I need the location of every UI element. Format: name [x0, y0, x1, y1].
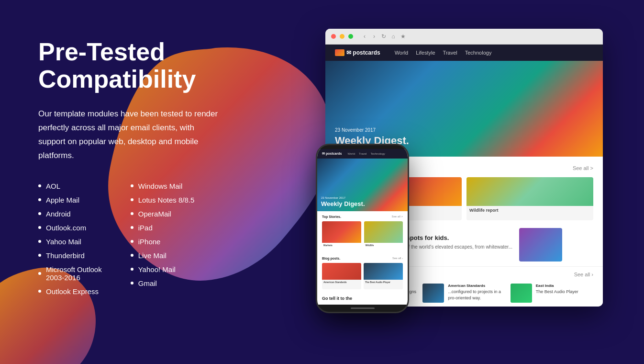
mobile-nav-world: World: [347, 152, 355, 155]
client-name: Yahoo! Mail: [138, 265, 176, 273]
list-item: Yahoo! Mail: [131, 265, 195, 273]
list-item: Gmail: [131, 279, 195, 287]
browser-nav-buttons: ‹ › ↻ ⌂ ★: [361, 33, 407, 40]
left-panel: Pre-Tested Compatibility Our template mo…: [0, 29, 316, 305]
client-name: Outlook.com: [46, 224, 86, 232]
bullet-icon: [131, 268, 133, 271]
client-name: Android: [46, 210, 71, 218]
mobile-blog-see-all: See all ›: [392, 257, 403, 260]
mobile-cards-row: American Standards The Best Audio Player: [322, 263, 403, 289]
mobile-story-text-2: Wildlife: [364, 243, 403, 248]
mobile-notch: [348, 145, 377, 149]
bullet-icon: [38, 254, 41, 257]
client-name: Outlook Express: [46, 287, 99, 296]
bullet-icon: [131, 226, 133, 229]
client-name: iPhone: [138, 238, 161, 246]
blog-card-text-3: The Best Audio Player: [536, 289, 578, 295]
client-name: Gmail: [138, 279, 157, 287]
refresh-icon: ↻: [380, 33, 388, 40]
see-all-link: See all >: [573, 165, 593, 171]
client-column-1: AOL Apple Mail Android Outlook.com Yahoo…: [38, 182, 102, 296]
mobile-card-1: American Standards: [322, 263, 361, 289]
bullet-icon: [38, 272, 41, 275]
bullet-icon: [131, 240, 133, 243]
list-item: Android: [38, 210, 102, 218]
mobile-see-all: See all >: [391, 215, 403, 218]
bullet-icon: [131, 254, 133, 257]
mobile-card-image-2: [364, 263, 403, 280]
mobile-story-card-2: Wildlife: [364, 221, 403, 250]
mobile-card-2: The Best Audio Player: [364, 263, 403, 289]
mobile-story-text-1: Markets: [322, 243, 361, 248]
mobile-screen: ✉ postcards World Travel Technology 23 N…: [317, 149, 408, 305]
title-line1: Pre-Tested: [38, 38, 165, 66]
nav-lifestyle: Lifestyle: [416, 50, 435, 56]
mobile-blog-section: Blog posts. See all › American Standards…: [317, 254, 408, 292]
list-item: OperaMail: [131, 210, 195, 218]
list-item: AOL: [38, 182, 102, 190]
bullet-icon: [38, 184, 41, 187]
blog-card-body-3: East India The Best Audio Player: [536, 284, 578, 295]
postcards-icon: [335, 49, 344, 56]
email-nav: World Lifestyle Travel Technology: [395, 50, 492, 56]
nav-technology: Technology: [465, 50, 492, 56]
mobile-card-image-1: [322, 263, 361, 280]
blog-card-text-2: ...configured to projects in a pro-orien…: [448, 289, 505, 301]
blog-card-body-2: American Standards ...configured to proj…: [448, 284, 505, 301]
email-header: ✉ postcards World Lifestyle Travel Techn…: [325, 45, 603, 61]
blog-card-3: East India The Best Audio Player: [511, 284, 593, 303]
story-card-image-2: [466, 177, 593, 206]
list-item: Windows Mail: [131, 182, 195, 190]
client-name: OperaMail: [138, 210, 171, 218]
client-name: Thunderbird: [46, 251, 85, 260]
mobile-home-indicator: [351, 307, 375, 309]
mobile-brand-logo: ✉ postcards: [322, 152, 342, 156]
clients-grid: AOL Apple Mail Android Outlook.com Yahoo…: [38, 182, 292, 296]
blog-see-all: See all ›: [574, 272, 593, 277]
title-line2: Compatibility: [38, 65, 196, 93]
mobile-story-image-1: [322, 221, 361, 243]
list-item: Outlook Express: [38, 287, 102, 296]
blog-card-image-3: [511, 284, 532, 303]
list-item: Outlook.com: [38, 224, 102, 232]
mobile-card-text-2: The Best Audio Player: [364, 280, 403, 284]
email-hero: 23 November 2017 Weekly Digest.: [325, 61, 603, 157]
browser-maximize-dot: [348, 34, 353, 39]
client-column-2: Windows Mail Lotus Notes 8/8.5 OperaMail…: [131, 182, 195, 296]
bullet-icon: [131, 282, 133, 284]
bullet-icon: [131, 198, 133, 201]
list-item: Lotus Notes 8/8.5: [131, 196, 195, 204]
list-item: Thunderbird: [38, 251, 102, 260]
mobile-hero-title: Weekly Digest.: [321, 200, 404, 207]
client-name: Live Mail: [138, 251, 167, 260]
client-name: AOL: [46, 182, 60, 190]
blog-card-image-2: [422, 284, 444, 303]
mobile-hero-date: 23 November 2017: [321, 196, 404, 199]
email-hero-date: 23 November 2017: [335, 127, 409, 133]
client-name: iPad: [138, 224, 153, 232]
mobile-stories-header: Top Stories. See all >: [322, 215, 403, 218]
list-item: Apple Mail: [38, 196, 102, 204]
client-name: Yahoo Mail: [46, 238, 81, 246]
bullet-icon: [38, 198, 41, 201]
mobile-email-mockup: ✉ postcards World Travel Technology 23 N…: [316, 144, 409, 313]
mobile-nav-technology: Technology: [370, 152, 385, 155]
home-icon: ⌂: [389, 33, 397, 40]
story-card-text-2: Wildlife report: [466, 206, 593, 215]
client-name: Lotus Notes 8/8.5: [138, 196, 195, 204]
bullet-icon: [131, 184, 133, 187]
story-card-2: Wildlife report: [466, 177, 593, 220]
mobile-footer-text: Go tell it to the: [317, 292, 408, 305]
list-item: Microsoft Outlook2003-2016: [38, 265, 102, 282]
bullet-icon: [38, 240, 41, 243]
bullet-icon: [131, 212, 133, 215]
list-item: Live Mail: [131, 251, 195, 260]
mobile-nav-travel: Travel: [359, 152, 366, 155]
page-description: Our template modules have been tested to…: [38, 107, 220, 163]
mobile-stories-row: Markets Wildlife: [322, 221, 403, 250]
page-title: Pre-Tested Compatibility: [38, 38, 292, 93]
bullet-icon: [38, 212, 41, 215]
nav-travel: Travel: [443, 50, 457, 56]
mobile-nav: World Travel Technology: [347, 152, 385, 155]
client-name: Microsoft Outlook2003-2016: [46, 265, 102, 282]
